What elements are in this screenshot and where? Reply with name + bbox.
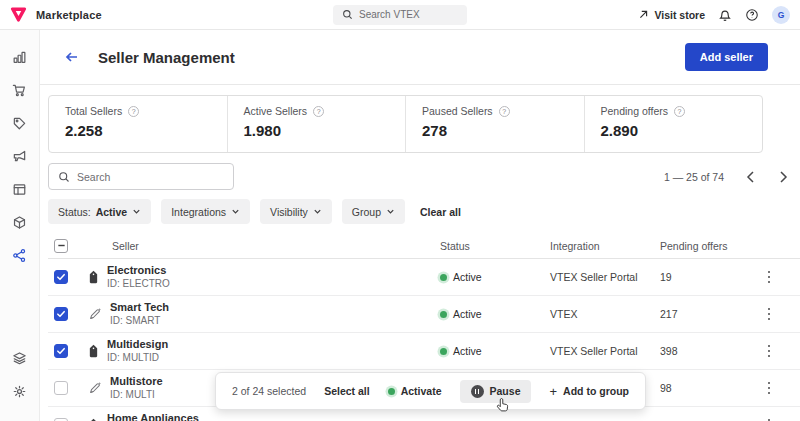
seller-integration: VTEX Seller Portal — [550, 271, 660, 283]
seller-id: ID: ELECTRO — [107, 278, 170, 291]
vtex-logo-icon[interactable] — [10, 6, 27, 23]
active-dot-icon — [388, 388, 395, 395]
table-row: Electronics ID: ELECTRO Active VTEX Sell… — [48, 259, 800, 296]
row-checkbox[interactable] — [54, 381, 68, 395]
table-header: Seller Status Integration Pending offers — [48, 233, 800, 259]
chevron-down-icon — [386, 207, 395, 216]
seller-name[interactable]: Multidesign — [107, 338, 168, 352]
seller-name[interactable]: Electronics — [107, 264, 170, 278]
add-seller-button[interactable]: Add seller — [685, 43, 768, 71]
chevron-down-icon — [231, 207, 240, 216]
row-checkbox[interactable] — [54, 344, 68, 358]
seller-name[interactable]: Smart Tech — [110, 301, 169, 315]
search-icon — [342, 9, 353, 20]
next-page-button[interactable] — [777, 169, 790, 185]
shipping-icon[interactable] — [7, 209, 33, 235]
filter-chip[interactable]: Visibility — [260, 199, 332, 224]
column-header-pending: Pending offers — [660, 240, 750, 252]
active-dot-icon — [440, 311, 447, 318]
global-search-input[interactable] — [359, 9, 458, 20]
prev-page-button[interactable] — [744, 169, 757, 185]
app-title: Marketplace — [36, 9, 102, 21]
catalog-icon[interactable] — [7, 110, 33, 136]
bulk-action-bar: 2 of 24 selected Select all Activate Pau… — [215, 372, 646, 410]
help-icon — [745, 8, 759, 22]
filter-chip[interactable]: Group — [342, 199, 405, 224]
seller-pending-offers: 217 — [660, 308, 750, 320]
add-to-group-button[interactable]: + Add to group — [549, 384, 629, 399]
topbar: Marketplace Visit store G — [0, 0, 800, 30]
seller-status: Active — [440, 308, 550, 320]
stat-card: Pending offers ? 2.890 — [584, 96, 763, 152]
stat-card: Total Sellers ? 2.258 — [49, 96, 227, 152]
help-button[interactable] — [745, 8, 759, 22]
plus-icon: + — [549, 384, 557, 399]
marketplace-network-icon[interactable] — [7, 242, 33, 268]
seller-name[interactable]: Multistore — [110, 375, 163, 389]
column-header-status: Status — [440, 240, 550, 252]
stat-card: Active Sellers ? 1.980 — [227, 96, 406, 152]
apps-icon[interactable] — [7, 345, 33, 371]
filter-bar: Status: Active Integrations Visibility G… — [48, 199, 800, 224]
stat-label: Total Sellers — [65, 105, 122, 117]
clear-all-button[interactable]: Clear all — [420, 206, 461, 218]
help-icon[interactable]: ? — [128, 106, 139, 117]
seller-search-input[interactable] — [77, 171, 224, 183]
table-row: Smart Tech ID: SMART Active VTEX 217 — [48, 296, 800, 333]
pagination: 1 — 25 of 74 — [664, 169, 790, 185]
analytics-icon[interactable] — [7, 44, 33, 70]
stats-row: Total Sellers ? 2.258 Active Sellers ? 1… — [48, 95, 763, 153]
select-all-checkbox[interactable] — [54, 239, 68, 253]
global-search[interactable] — [333, 5, 467, 25]
orders-icon[interactable] — [7, 77, 33, 103]
row-menu-button[interactable] — [764, 304, 775, 325]
pause-button[interactable]: Pause — [460, 380, 532, 403]
column-header-integration: Integration — [550, 240, 660, 252]
help-icon[interactable]: ? — [499, 106, 510, 117]
activate-button[interactable]: Activate — [388, 385, 442, 397]
back-button[interactable] — [64, 49, 80, 65]
seller-search[interactable] — [48, 163, 234, 190]
active-dot-icon — [440, 348, 447, 355]
notifications-button[interactable] — [718, 8, 732, 22]
seller-pending-offers: 98 — [660, 382, 750, 394]
chevron-down-icon — [313, 207, 322, 216]
arrow-up-right-icon — [638, 9, 649, 20]
stat-label: Pending offers — [601, 105, 669, 117]
select-all-button[interactable]: Select all — [324, 385, 370, 397]
promotions-icon[interactable] — [7, 143, 33, 169]
seller-name[interactable]: Home Appliances — [107, 412, 199, 421]
row-menu-button[interactable] — [764, 415, 775, 421]
filter-chip[interactable]: Status: Active — [48, 199, 151, 224]
table-toolbar: 1 — 25 of 74 — [48, 163, 790, 190]
pen-outline-icon — [88, 381, 102, 395]
stat-value: 2.258 — [65, 122, 211, 139]
settings-icon[interactable] — [7, 378, 33, 404]
help-icon[interactable]: ? — [313, 106, 324, 117]
help-icon[interactable]: ? — [674, 106, 685, 117]
table-row: Multidesign ID: MULTID Active VTEX Selle… — [48, 333, 800, 370]
seller-integration: VTEX — [550, 308, 660, 320]
row-menu-button[interactable] — [764, 267, 775, 288]
search-icon — [58, 171, 70, 183]
seller-pending-offers: 398 — [660, 345, 750, 357]
page-title: Seller Management — [98, 49, 235, 66]
row-checkbox[interactable] — [54, 307, 68, 321]
visit-store-button[interactable]: Visit store — [638, 9, 705, 21]
column-header-seller: Seller — [88, 240, 440, 252]
active-dot-icon — [440, 274, 447, 281]
pagination-range: 1 — 25 of 74 — [664, 171, 724, 183]
stat-value: 278 — [422, 122, 568, 139]
row-checkbox[interactable] — [54, 270, 68, 284]
mouse-cursor-icon — [496, 398, 509, 415]
filter-chip[interactable]: Integrations — [161, 199, 250, 224]
row-menu-button[interactable] — [764, 378, 775, 399]
storefront-icon[interactable] — [7, 176, 33, 202]
row-menu-button[interactable] — [764, 341, 775, 362]
stat-card: Paused Sellers ? 278 — [405, 96, 584, 152]
stat-label: Paused Sellers — [422, 105, 493, 117]
tag-filled-icon — [88, 344, 99, 358]
pen-outline-icon — [88, 307, 102, 321]
stat-label: Active Sellers — [244, 105, 308, 117]
avatar[interactable]: G — [772, 6, 790, 24]
